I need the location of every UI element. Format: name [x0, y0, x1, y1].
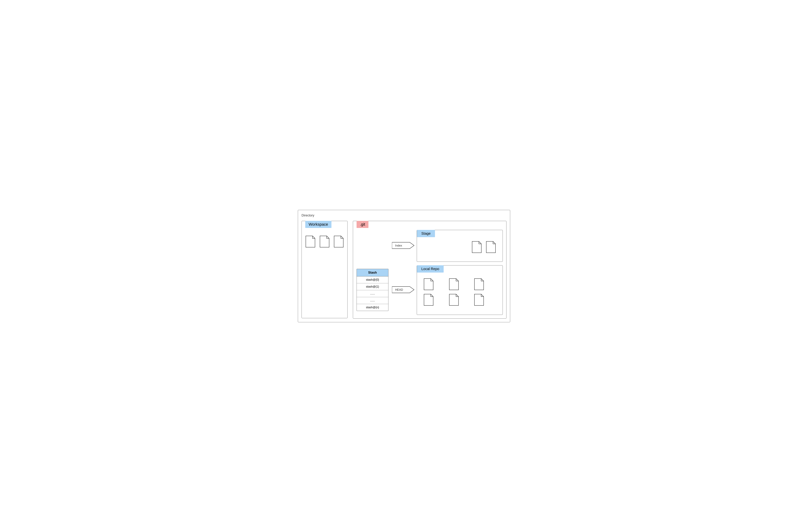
- workspace-file-3: [333, 235, 344, 248]
- stash-row-0: stash@{0}: [357, 276, 388, 283]
- localrepo-file-1: [423, 278, 434, 291]
- svg-text:HEAD: HEAD: [395, 288, 403, 291]
- stash-row-dots-1: ......: [357, 290, 388, 297]
- index-arrow-svg: Index: [392, 241, 415, 250]
- localrepo-row: HEAD Local Repo: [392, 265, 503, 315]
- head-arrow-svg: HEAD: [392, 286, 415, 294]
- localrepo-file-6: [474, 293, 484, 306]
- workspace-label: Workspace: [305, 221, 331, 228]
- workspace-files: [305, 235, 344, 248]
- git-label: .git: [356, 221, 368, 228]
- stash-area: Stash stash@{0} stash@{1} ...... ...... …: [356, 269, 388, 315]
- stash-header: Stash: [357, 269, 388, 276]
- svg-text:Index: Index: [395, 244, 402, 247]
- localrepo-file-2: [448, 278, 459, 291]
- stage-file-1: [472, 241, 482, 253]
- git-panel: .git Stash stash@{0} stash@{1} ...... ..…: [353, 221, 507, 318]
- stash-row-1: stash@{1}: [357, 283, 388, 290]
- stage-files: [420, 241, 500, 253]
- main-layout: Workspace .git: [301, 221, 507, 318]
- localrepo-label: Local Repo: [417, 265, 444, 273]
- localrepo-files: [420, 278, 500, 306]
- localrepo-file-4: [423, 293, 434, 306]
- stage-box: Stage: [417, 230, 503, 262]
- workspace-file-2: [319, 235, 330, 248]
- stash-row-dots-2: ......: [357, 297, 388, 304]
- workspace-file-1: [305, 235, 316, 248]
- stash-row-n: stash@{n}: [357, 304, 388, 311]
- stash-table: Stash stash@{0} stash@{1} ...... ...... …: [356, 269, 388, 311]
- localrepo-file-5: [448, 293, 459, 306]
- git-inner: Stash stash@{0} stash@{1} ...... ...... …: [356, 230, 503, 315]
- index-arrow-container: Index: [392, 241, 415, 251]
- page-title: Directory: [301, 214, 507, 217]
- right-section: Index Stage: [392, 230, 503, 315]
- stage-row: Index Stage: [392, 230, 503, 262]
- outer-container: Directory Workspace: [298, 210, 510, 322]
- stage-label: Stage: [417, 230, 435, 237]
- localrepo-box: Local Repo: [417, 265, 503, 315]
- stage-file-2: [485, 241, 496, 253]
- localrepo-file-3: [474, 278, 484, 291]
- workspace-panel: Workspace: [301, 221, 348, 318]
- head-arrow-container: HEAD: [392, 286, 415, 295]
